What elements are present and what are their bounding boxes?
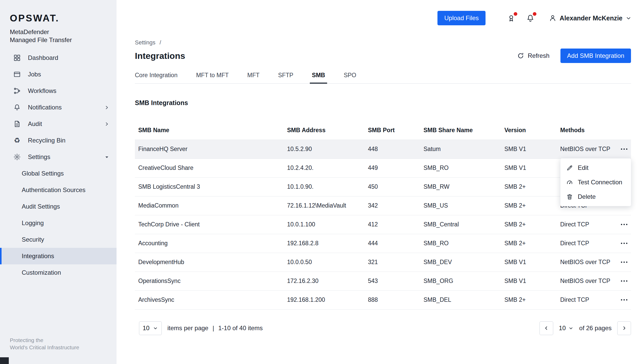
sidebar-item-notifications[interactable]: Notifications	[0, 99, 117, 116]
refresh-label: Refresh	[528, 52, 549, 59]
main-area: Upload Files Alexander McKenzie	[117, 0, 639, 364]
cell-address: 172.16.2.30	[284, 272, 365, 290]
table-row: ArchivesSync192.168.1.200888SMB_DELSMB 2…	[135, 290, 631, 309]
column-header-smb-share-name: SMB Share Name	[420, 121, 501, 140]
menu-item-label: Edit	[578, 164, 588, 171]
row-actions-button[interactable]	[619, 277, 629, 285]
cell-methods: Direct TCP	[557, 290, 631, 309]
method-value: NetBIOS over TCP	[560, 278, 610, 284]
table-row: MediaCommon72.16.1.12\MediaVault342SMB_U…	[135, 196, 631, 215]
recycle-icon: ♻	[13, 136, 21, 145]
sidebar-subitem-authentication-sources[interactable]: Authentication Sources	[0, 182, 117, 198]
sidebar-item-workflows[interactable]: Workflows	[0, 83, 117, 99]
footer-line-1: Protecting the	[10, 337, 79, 344]
page-number-select[interactable]: 10	[559, 325, 574, 332]
items-per-page-label: items per page	[167, 325, 209, 332]
pagination-right: 10 of 26 pages	[540, 321, 631, 335]
footer-line-2: World's Critical Infrastructure	[10, 344, 79, 351]
cell-share: SMB_US	[420, 196, 501, 215]
cell-address: 10.1.0.90.	[284, 177, 365, 196]
sidebar-item-label: Notifications	[28, 104, 62, 111]
cell-port: 448	[365, 140, 420, 159]
sidebar-subitem-label: Global Settings	[22, 170, 64, 177]
audit-icon	[13, 120, 21, 128]
chevron-down-icon	[625, 15, 632, 21]
sidebar-item-recycling-bin[interactable]: ♻Recycling Bin	[0, 132, 117, 149]
cell-version: SMB V1	[501, 253, 557, 272]
menu-item-label: Delete	[578, 193, 596, 200]
row-actions-button[interactable]	[619, 240, 629, 247]
cell-methods: Direct TCP	[557, 215, 631, 234]
tab-sftp[interactable]: SFTP	[278, 72, 293, 83]
sidebar-item-settings[interactable]: Settings	[0, 149, 117, 165]
menu-item-delete[interactable]: Delete	[560, 189, 631, 204]
ellipsis-icon	[621, 224, 622, 225]
badge-icon[interactable]	[505, 12, 518, 24]
user-menu[interactable]: Alexander McKenzie	[549, 14, 632, 22]
sidebar-subitem-label: Authentication Sources	[22, 186, 86, 194]
sidebar-item-label: Workflows	[28, 87, 56, 94]
title-row: Integrations Refresh Add SMB Integration	[135, 49, 631, 63]
pagination-left-text: items per page | 1-10 of 40 items	[167, 325, 263, 332]
product-name: MetaDefender Managed File Transfer	[10, 28, 117, 44]
table-row: CreativeCloud Share10.2.4.20.449SMB_ROSM…	[135, 159, 631, 177]
sidebar-item-dashboard[interactable]: Dashboard	[0, 50, 117, 66]
tab-mft-to-mft[interactable]: MFT to MFT	[196, 72, 229, 83]
ellipsis-icon	[621, 299, 622, 300]
sidebar-subitem-label: Security	[22, 236, 44, 243]
previous-page-button[interactable]	[540, 321, 553, 335]
cell-port: 444	[365, 234, 420, 253]
cell-share: SMB_RO	[420, 234, 501, 253]
jobs-icon	[13, 70, 21, 78]
sidebar-item-jobs[interactable]: Jobs	[0, 66, 117, 83]
tab-mft[interactable]: MFT	[247, 72, 259, 83]
cell-share: SMB_RO	[420, 159, 501, 177]
dashboard-icon	[13, 54, 21, 62]
row-actions-button[interactable]	[619, 145, 629, 153]
tab-core-integration[interactable]: Core Integration	[135, 72, 178, 83]
sidebar-subitem-global-settings[interactable]: Global Settings	[0, 165, 117, 182]
smb-table: SMB NameSMB AddressSMB PortSMB Share Nam…	[135, 121, 631, 310]
sidebar-item-audit[interactable]: Audit	[0, 116, 117, 132]
refresh-button[interactable]: Refresh	[517, 52, 549, 59]
sidebar-item-label: Recycling Bin	[28, 137, 65, 144]
page-size-select[interactable]: 10	[139, 321, 162, 335]
cell-name: FinanceHQ Server	[135, 140, 284, 159]
notification-dot	[514, 12, 517, 16]
notification-dot	[533, 12, 536, 16]
sidebar-subitem-customization[interactable]: Customization	[0, 264, 117, 281]
cell-name: DevelopmentHub	[135, 253, 284, 272]
chevron-right-icon	[104, 121, 110, 127]
cell-name: MediaCommon	[135, 196, 284, 215]
tab-spo[interactable]: SPO	[344, 72, 356, 83]
cell-address: 10.2.4.20.	[284, 159, 365, 177]
cell-name: TechCorp Drive - Client	[135, 215, 284, 234]
cell-name: CreativeCloud Share	[135, 159, 284, 177]
sidebar-subitem-audit-settings[interactable]: Audit Settings	[0, 198, 117, 215]
trash-icon	[566, 193, 573, 200]
tab-smb[interactable]: SMB	[312, 72, 325, 83]
table-row: SMB LogisticsCentral 310.1.0.90.450SMB_R…	[135, 177, 631, 196]
sidebar-subitem-integrations[interactable]: Integrations	[0, 248, 117, 264]
row-actions-button[interactable]	[619, 258, 629, 266]
sidebar-subitem-security[interactable]: Security	[0, 231, 117, 248]
add-smb-integration-button[interactable]: Add SMB Integration	[560, 49, 631, 63]
page-title: Integrations	[135, 51, 185, 61]
upload-files-button[interactable]: Upload Files	[437, 11, 485, 25]
breadcrumb-settings[interactable]: Settings	[135, 39, 156, 46]
menu-item-edit[interactable]: Edit	[560, 161, 631, 175]
menu-item-test-connection[interactable]: Test Connection	[560, 175, 631, 189]
cell-address: 192.168.2.8	[284, 234, 365, 253]
cell-address: 10.5.2.90	[284, 140, 365, 159]
sidebar-subitem-logging[interactable]: Logging	[0, 215, 117, 231]
sidebar-subitem-label: Logging	[22, 219, 44, 227]
bell-icon[interactable]	[524, 12, 537, 24]
row-actions-button[interactable]	[619, 221, 629, 228]
method-value: NetBIOS over TCP	[560, 146, 610, 153]
next-page-button[interactable]	[617, 321, 631, 335]
sidebar-subitem-label: Audit Settings	[22, 203, 60, 210]
method-value: NetBIOS over TCP	[560, 259, 610, 266]
page-size-value: 10	[143, 325, 150, 332]
pagination-separator: |	[212, 325, 214, 332]
row-actions-button[interactable]	[619, 296, 629, 304]
